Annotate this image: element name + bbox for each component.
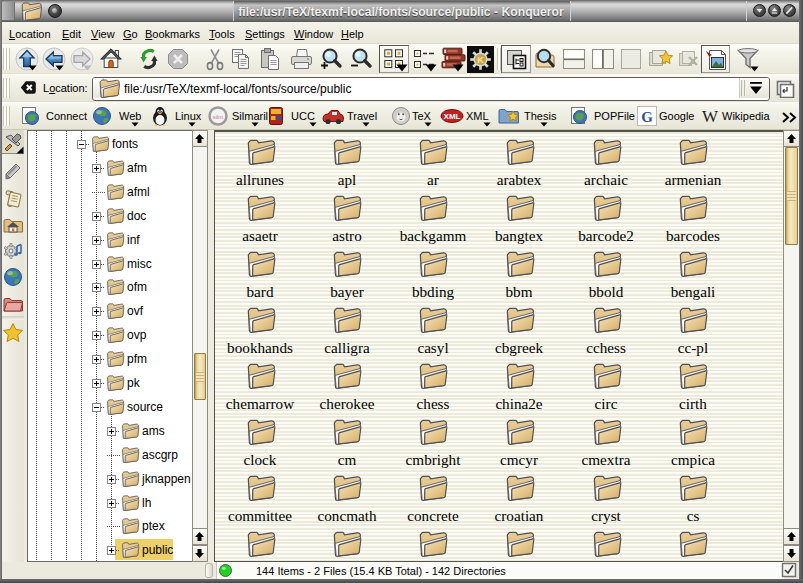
svg-text:K: K — [477, 55, 484, 65]
svg-text:XML: XML — [444, 112, 461, 121]
svg-text:silm: silm — [213, 114, 224, 120]
svg-text:G: G — [641, 109, 653, 125]
svg-text:W: W — [702, 107, 719, 126]
